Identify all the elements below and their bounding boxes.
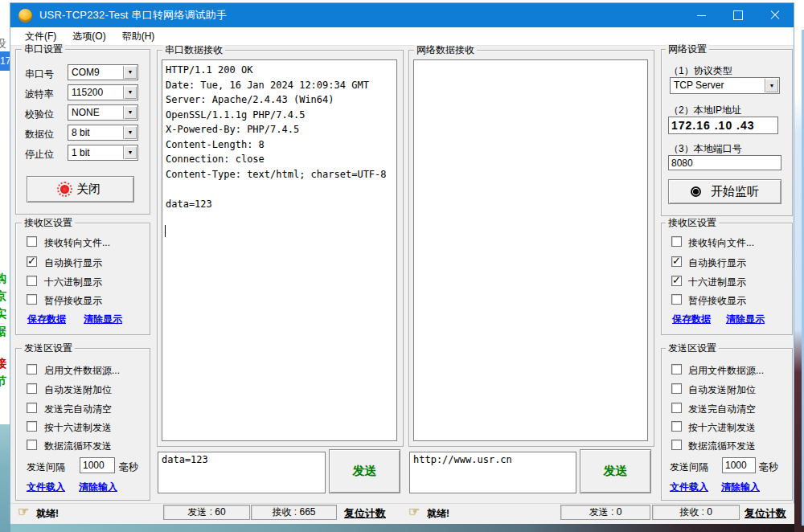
checkbox-hex-display[interactable]: [671, 276, 682, 286]
ready-hand-icon: ☞: [408, 505, 420, 518]
clear-display-link[interactable]: 清除显示: [726, 313, 765, 326]
network-received-counter: 接收 : 0: [652, 505, 740, 520]
network-reset-count-link[interactable]: 复位计数: [745, 506, 786, 521]
network-send-input[interactable]: http://www.usr.cn: [409, 452, 576, 493]
network-sent-counter: 发送 : 0: [560, 505, 650, 520]
network-send-button[interactable]: 发送: [580, 449, 651, 493]
data-bits-label: 数据位: [25, 128, 54, 141]
checkbox-auto-wrap[interactable]: [671, 256, 682, 267]
checkbox-label: 数据流循环发送: [688, 440, 756, 453]
close-button[interactable]: [757, 3, 794, 27]
titlebar[interactable]: USR-TCP232-Test 串口转网络调试助手: [10, 3, 794, 27]
network-settings-title: 网络设置: [666, 44, 709, 54]
menu-options[interactable]: 选项(O): [64, 27, 113, 46]
serial-reset-count-link[interactable]: 复位计数: [344, 506, 386, 521]
file-load-link[interactable]: 文件载入: [27, 481, 65, 494]
clear-display-link[interactable]: 清除显示: [84, 313, 122, 326]
data-bits-select[interactable]: 8 bit ▼: [68, 125, 138, 141]
checkbox-loop-send[interactable]: [27, 440, 37, 450]
baud-rate-select[interactable]: 115200 ▼: [68, 84, 138, 100]
checkbox-send-hex[interactable]: [27, 421, 37, 432]
serial-port-value: COM9: [72, 67, 100, 78]
listen-indicator-icon: [691, 186, 701, 197]
local-port-label: （3）本地端口号: [669, 142, 742, 156]
local-ip-input[interactable]: [668, 117, 778, 134]
checkbox-recv-to-file[interactable]: [27, 236, 37, 247]
chevron-down-icon[interactable]: ▼: [123, 146, 137, 159]
text-caret: [165, 225, 166, 237]
checkbox-label: 自动发送附加位: [688, 383, 756, 397]
parity-select[interactable]: NONE ▼: [68, 104, 138, 121]
port-open-indicator-icon: [60, 185, 69, 194]
menu-help[interactable]: 帮助(H): [114, 27, 163, 46]
send-interval-unit: 毫秒: [759, 460, 778, 474]
checkbox-auto-append[interactable]: [27, 383, 37, 394]
stop-bits-value: 1 bit: [72, 147, 90, 158]
clear-input-link[interactable]: 清除输入: [721, 481, 760, 494]
checkbox-label: 发送完自动清空: [688, 403, 756, 416]
checkbox-label: 暂停接收显示: [688, 294, 746, 308]
checkbox-auto-wrap[interactable]: [27, 256, 37, 267]
checkbox-pause-recv[interactable]: [671, 294, 682, 305]
network-recv-title: 接收区设置: [666, 218, 719, 227]
serial-send-button[interactable]: 发送: [329, 449, 400, 493]
chevron-down-icon[interactable]: ▼: [765, 79, 778, 92]
start-listen-button[interactable]: 开始监听: [668, 179, 781, 204]
checkbox-file-source[interactable]: [27, 364, 37, 374]
parity-label: 校验位: [25, 108, 54, 121]
send-interval-label: 发送间隔: [27, 460, 65, 474]
chevron-down-icon[interactable]: ▼: [123, 106, 137, 119]
save-data-link[interactable]: 保存数据: [27, 313, 66, 326]
desktop: 设 购 京 实 据 接 节 17 USR-TCP232-Test 串口转网络调试…: [0, 0, 804, 532]
local-port-input[interactable]: [668, 155, 781, 170]
checkbox-clear-after-send[interactable]: [671, 403, 682, 413]
stop-bits-select[interactable]: 1 bit ▼: [68, 145, 138, 161]
checkbox-loop-send[interactable]: [671, 440, 682, 450]
clear-input-link[interactable]: 清除输入: [79, 481, 117, 494]
maximize-button[interactable]: [720, 3, 757, 27]
app-logo-icon: [18, 9, 32, 23]
baud-rate-value: 115200: [72, 87, 103, 98]
checkbox-auto-append[interactable]: [671, 383, 682, 394]
checkbox-recv-to-file[interactable]: [671, 236, 682, 247]
checkbox-label: 自动换行显示: [688, 256, 746, 270]
chevron-down-icon[interactable]: ▼: [123, 66, 137, 79]
checkbox-label: 接收转向文件...: [44, 236, 110, 250]
serial-settings-title: 串口设置: [22, 44, 65, 54]
checkbox-pause-recv[interactable]: [27, 294, 37, 305]
stop-bits-label: 停止位: [25, 148, 54, 162]
send-interval-input[interactable]: [80, 457, 115, 473]
serial-send-input[interactable]: data=123: [158, 452, 326, 493]
maximize-icon: [733, 10, 743, 20]
serial-rx-area[interactable]: HTTP/1.1 200 OK Date: Tue, 16 Jan 2024 1…: [162, 59, 397, 441]
serial-port-select[interactable]: COM9 ▼: [68, 64, 138, 80]
network-rx-title: 网络数据接收: [414, 45, 477, 55]
checkbox-label: 自动换行显示: [44, 256, 102, 270]
checkbox-hex-display[interactable]: [27, 276, 37, 286]
minimize-button[interactable]: [683, 3, 720, 27]
checkbox-file-source[interactable]: [671, 364, 682, 374]
send-interval-label: 发送间隔: [670, 460, 708, 474]
checkbox-label: 按十六进制发送: [688, 421, 756, 435]
chevron-down-icon[interactable]: ▼: [123, 126, 137, 139]
checkbox-label: 自动发送附加位: [44, 383, 112, 397]
serial-sent-counter: 发送 : 60: [163, 505, 250, 520]
serial-close-button[interactable]: 关闭: [27, 176, 134, 203]
checkbox-label: 按十六进制发送: [44, 421, 112, 435]
checkbox-clear-after-send[interactable]: [27, 403, 37, 413]
serial-port-label: 串口号: [25, 68, 54, 81]
network-rx-area[interactable]: [413, 59, 648, 441]
serial-close-label: 关闭: [76, 182, 100, 197]
protocol-type-label: （1）协议类型: [669, 64, 732, 78]
checkbox-label: 发送完自动清空: [44, 403, 112, 416]
chevron-down-icon[interactable]: ▼: [123, 86, 137, 99]
send-interval-input[interactable]: [722, 457, 756, 473]
checkbox-label: 暂停接收显示: [44, 294, 102, 308]
network-status-text: 就绪!: [427, 507, 449, 521]
protocol-type-select[interactable]: TCP Server ▼: [670, 77, 780, 94]
checkbox-label: 接收转向文件...: [688, 236, 754, 250]
save-data-link[interactable]: 保存数据: [672, 313, 711, 326]
checkbox-send-hex[interactable]: [671, 421, 682, 432]
file-load-link[interactable]: 文件载入: [670, 481, 708, 494]
ready-hand-icon: ☞: [18, 505, 29, 518]
